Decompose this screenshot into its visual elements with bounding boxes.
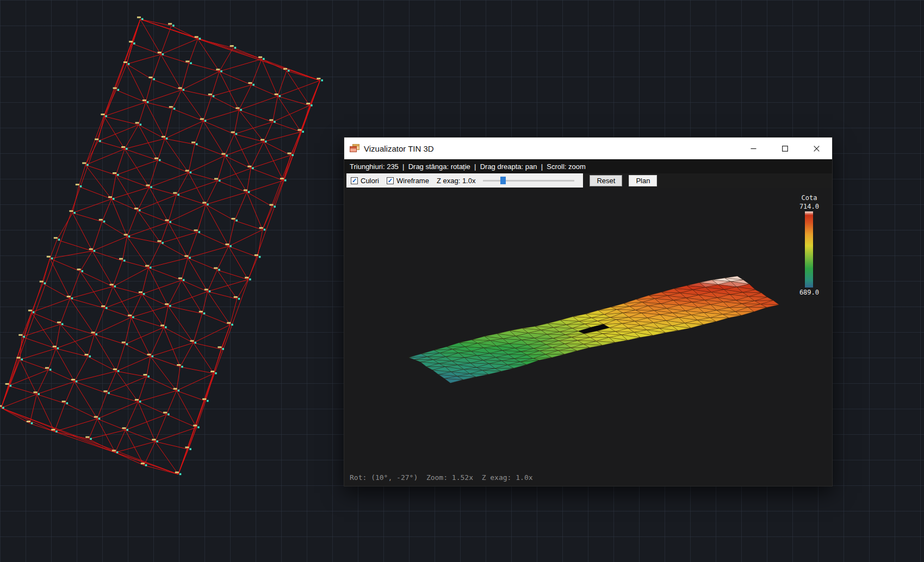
close-button[interactable]	[801, 138, 832, 159]
tin-viewer-window: Vizualizator TIN 3D Triunghiuri: 235 | D…	[344, 137, 833, 486]
minimize-icon	[751, 146, 756, 152]
tin-surface-3d	[344, 188, 832, 486]
culori-label: Culori	[361, 177, 379, 185]
reset-button[interactable]: Reset	[590, 175, 622, 186]
viewport-3d[interactable]: Cota 714.0 689.0 Rot: (10°, -27°) Zoom: …	[344, 188, 832, 486]
zexag-slider[interactable]	[483, 176, 574, 185]
wireframe-label: Wireframe	[396, 177, 429, 185]
display-options-panel: ✓ Culori ✓ Wireframe Z exag: 1.0x	[346, 173, 583, 188]
culori-checkbox[interactable]: ✓ Culori	[351, 177, 379, 185]
zexag-slider-thumb[interactable]	[500, 177, 506, 184]
app-icon	[350, 144, 359, 153]
zexag-label: Z exag: 1.0x	[437, 177, 476, 185]
wireframe-checkbox[interactable]: ✓ Wireframe	[387, 177, 429, 185]
legend-max-value: 714.0	[799, 203, 819, 210]
legend-gradient-bar	[805, 211, 813, 288]
minimize-button[interactable]	[737, 138, 769, 159]
checkbox-check-icon: ✓	[351, 177, 358, 184]
maximize-icon	[782, 146, 788, 152]
view-status-text: Rot: (10°, -27°) Zoom: 1.52x Z exag: 1.0…	[350, 473, 533, 482]
legend-title: Cota	[801, 194, 817, 202]
plan-button[interactable]: Plan	[629, 175, 657, 186]
slider-track	[483, 180, 574, 182]
maximize-button[interactable]	[769, 138, 801, 159]
legend-min-value: 689.0	[799, 289, 819, 296]
elevation-legend: Cota 714.0 689.0	[799, 194, 819, 296]
info-bar: Triunghiuri: 235 | Drag stânga: rotație …	[344, 159, 832, 173]
toolbar: ✓ Culori ✓ Wireframe Z exag: 1.0x Reset …	[344, 173, 832, 188]
window-controls	[737, 138, 832, 159]
close-icon	[814, 146, 820, 152]
window-titlebar[interactable]: Vizualizator TIN 3D	[344, 138, 832, 159]
window-title: Vizualizator TIN 3D	[364, 144, 434, 153]
checkbox-check-icon: ✓	[387, 177, 394, 184]
